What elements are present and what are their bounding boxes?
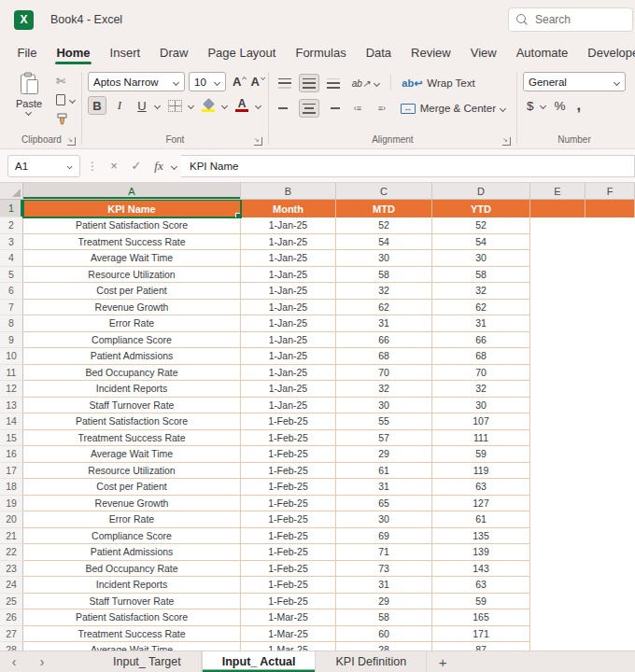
row-header-27[interactable]: 27 (0, 626, 23, 643)
accounting-format-button[interactable]: $ (523, 96, 538, 115)
menu-item-formulas[interactable]: Formulas (286, 39, 356, 65)
cell-F16[interactable] (586, 446, 635, 463)
row-header-2[interactable]: 2 (0, 217, 23, 234)
select-all-corner[interactable] (0, 183, 23, 199)
cell-E19[interactable] (530, 496, 586, 512)
cell-F11[interactable] (586, 365, 635, 382)
column-header-F[interactable]: F (586, 183, 635, 199)
cell-C10[interactable]: 68 (336, 348, 432, 365)
cell-B8[interactable]: 1-Jan-25 (241, 315, 336, 332)
cell-C23[interactable]: 73 (336, 561, 432, 578)
chevron-down-icon[interactable] (256, 103, 261, 108)
cell-E16[interactable] (530, 446, 586, 463)
cell-B1[interactable]: Month (241, 200, 336, 217)
cell-C2[interactable]: 52 (336, 217, 432, 234)
cell-A17[interactable]: Resource Utilization (23, 463, 241, 480)
cell-B26[interactable]: 1-Mar-25 (241, 609, 336, 626)
menu-item-view[interactable]: View (460, 39, 506, 65)
cell-E7[interactable] (530, 300, 586, 316)
cell-C16[interactable]: 29 (336, 446, 432, 463)
insert-function-button[interactable]: fx (149, 156, 168, 176)
row-header-17[interactable]: 17 (0, 463, 23, 480)
cell-A20[interactable]: Error Rate (23, 511, 241, 528)
cell-C3[interactable]: 54 (336, 234, 432, 251)
cell-C26[interactable]: 58 (336, 609, 432, 626)
cell-F14[interactable] (586, 413, 635, 430)
cell-F10[interactable] (586, 348, 635, 365)
align-middle-button[interactable] (299, 74, 319, 92)
cell-C18[interactable]: 31 (336, 479, 432, 496)
paste-button[interactable]: Paste (7, 70, 50, 115)
cell-B2[interactable]: 1-Jan-25 (241, 217, 336, 234)
chevron-down-icon[interactable] (541, 103, 546, 108)
row-header-12[interactable]: 12 (0, 381, 23, 398)
cell-B5[interactable]: 1-Jan-25 (241, 267, 336, 284)
cell-C28[interactable]: 28 (336, 642, 432, 651)
previous-sheet-icon[interactable] (0, 651, 28, 672)
cell-B23[interactable]: 1-Feb-25 (241, 561, 336, 578)
row-header-20[interactable]: 20 (0, 511, 23, 528)
row-header-3[interactable]: 3 (0, 234, 23, 251)
format-painter-icon[interactable] (56, 113, 68, 125)
cell-E21[interactable] (530, 528, 586, 545)
row-header-11[interactable]: 11 (0, 365, 23, 382)
cell-D7[interactable]: 62 (432, 300, 530, 316)
cell-F20[interactable] (586, 511, 635, 528)
cell-E23[interactable] (530, 561, 586, 578)
cell-C7[interactable]: 62 (336, 300, 432, 316)
row-header-21[interactable]: 21 (0, 528, 23, 545)
menu-item-draw[interactable]: Draw (150, 39, 198, 65)
borders-button[interactable] (164, 96, 185, 115)
cell-B27[interactable]: 1-Mar-25 (241, 626, 336, 643)
increase-indent-button[interactable] (372, 99, 392, 118)
row-header-15[interactable]: 15 (0, 430, 23, 447)
cell-D17[interactable]: 119 (432, 463, 530, 480)
cell-E22[interactable] (530, 544, 586, 561)
menu-item-insert[interactable]: Insert (100, 39, 150, 65)
row-header-7[interactable]: 7 (0, 300, 23, 316)
cell-C19[interactable]: 65 (336, 496, 432, 512)
cell-C27[interactable]: 60 (336, 626, 432, 643)
cell-A3[interactable]: Treatment Success Rate (23, 234, 241, 251)
cell-D28[interactable]: 87 (432, 642, 530, 651)
copy-icon[interactable] (56, 94, 65, 105)
row-header-24[interactable]: 24 (0, 577, 23, 594)
cell-F3[interactable] (586, 234, 635, 251)
cell-F13[interactable] (586, 398, 635, 414)
cell-C6[interactable]: 32 (336, 283, 432, 300)
cell-A23[interactable]: Bed Occupancy Rate (23, 561, 241, 578)
cell-E20[interactable] (530, 511, 586, 528)
cell-F18[interactable] (586, 479, 635, 496)
cell-D24[interactable]: 63 (432, 577, 530, 594)
cell-D5[interactable]: 58 (432, 267, 530, 284)
cell-A27[interactable]: Treatment Success Rate (23, 626, 241, 643)
row-header-6[interactable]: 6 (0, 283, 23, 300)
italic-button[interactable]: I (110, 96, 129, 115)
add-sheet-icon[interactable] (427, 651, 459, 672)
font-dialog-launcher[interactable] (254, 137, 262, 146)
cell-B25[interactable]: 1-Feb-25 (241, 594, 336, 610)
align-center-button[interactable] (299, 99, 319, 118)
alignment-dialog-launcher[interactable] (502, 137, 511, 146)
chevron-down-icon[interactable] (70, 97, 76, 103)
cell-E9[interactable] (530, 332, 586, 349)
font-size-select[interactable]: 10 (189, 72, 226, 91)
cell-E17[interactable] (530, 463, 586, 480)
menu-item-automate[interactable]: Automate (506, 39, 578, 65)
cell-A1[interactable]: KPI Name (23, 200, 241, 217)
cell-D2[interactable]: 52 (432, 217, 530, 234)
cell-E1[interactable] (530, 200, 586, 217)
cell-E2[interactable] (530, 217, 586, 234)
cell-A14[interactable]: Patient Satisfaction Score (23, 413, 241, 430)
percent-style-button[interactable]: % (550, 96, 569, 115)
column-header-D[interactable]: D (432, 183, 530, 199)
cell-C15[interactable]: 57 (336, 430, 432, 447)
align-bottom-button[interactable] (323, 74, 344, 92)
row-header-22[interactable]: 22 (0, 544, 23, 561)
cell-A26[interactable]: Patient Satisfaction Score (23, 609, 241, 626)
cell-C21[interactable]: 69 (336, 528, 432, 545)
sheet-tab-input-actual[interactable]: Input_ Actual (202, 651, 317, 672)
row-header-4[interactable]: 4 (0, 250, 23, 267)
cell-E15[interactable] (530, 430, 586, 447)
cell-B15[interactable]: 1-Feb-25 (241, 430, 336, 447)
